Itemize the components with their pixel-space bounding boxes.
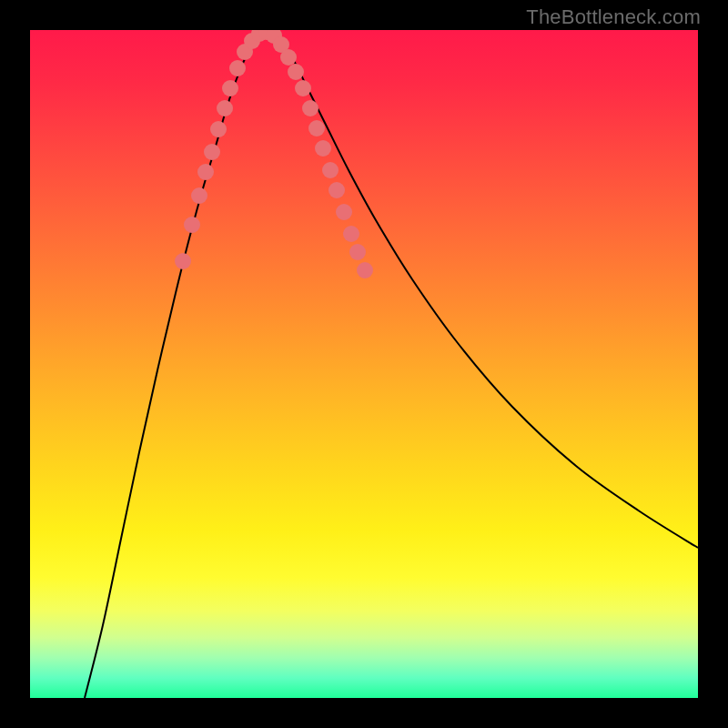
- chart-frame: TheBottleneck.com: [0, 0, 728, 728]
- marker-dot: [315, 140, 331, 157]
- plot-area: [30, 30, 698, 698]
- marker-dot: [329, 182, 345, 198]
- marker-dot: [197, 164, 214, 180]
- marker-dot: [349, 244, 366, 260]
- marker-group: [175, 30, 373, 278]
- marker-dot: [336, 204, 352, 220]
- marker-dot: [343, 226, 359, 242]
- marker-dot: [191, 187, 207, 204]
- marker-dot: [308, 120, 325, 136]
- bottleneck-curve: [85, 31, 698, 698]
- marker-dot: [302, 100, 318, 116]
- curve-layer: [30, 30, 698, 698]
- marker-dot: [288, 64, 304, 80]
- marker-dot: [184, 217, 200, 233]
- marker-dot: [175, 253, 191, 269]
- marker-dot: [204, 144, 220, 160]
- marker-dot: [217, 100, 233, 116]
- marker-dot: [210, 121, 227, 137]
- marker-dot: [280, 49, 297, 66]
- marker-dot: [357, 262, 373, 278]
- marker-dot: [222, 80, 238, 96]
- marker-dot: [295, 80, 311, 96]
- marker-dot: [229, 60, 246, 76]
- marker-dot: [322, 162, 339, 178]
- watermark-text: TheBottleneck.com: [526, 5, 701, 29]
